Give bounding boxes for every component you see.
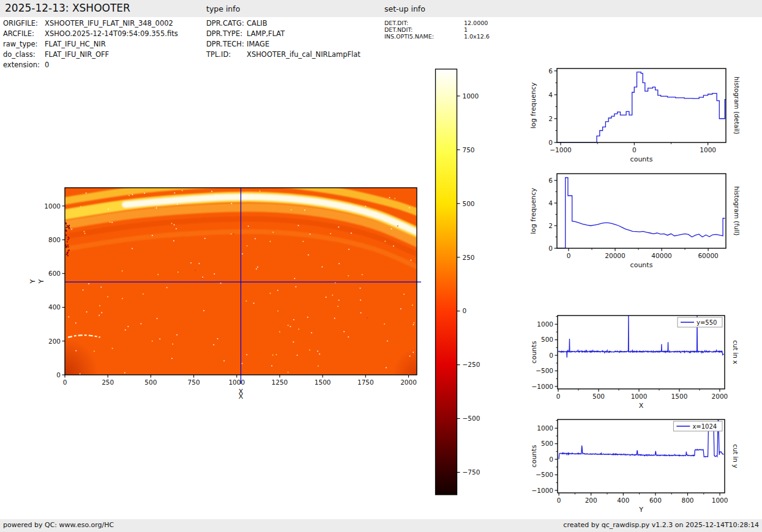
plot-text: 750 (188, 379, 200, 386)
corner-shade-br (392, 347, 417, 375)
hot-pixel (199, 263, 200, 264)
edge-speckle (67, 226, 68, 227)
plot-text: 750 (463, 146, 475, 153)
hot-pixel (400, 308, 402, 309)
plot-text: 0 (548, 245, 553, 252)
edge-speckle (66, 254, 67, 255)
hot-pixel (156, 207, 157, 209)
hot-pixel (303, 241, 304, 242)
hot-pixel (310, 234, 311, 235)
hot-pixel (215, 194, 217, 196)
hot-pixel (270, 293, 271, 294)
hot-pixel (403, 294, 405, 295)
plot-text: 500 (541, 440, 553, 447)
hot-pixel (195, 270, 196, 271)
plot-text: cut in x (732, 340, 739, 364)
plot-text: Y (37, 279, 45, 284)
hot-pixel (75, 350, 77, 352)
hot-pixel (332, 295, 334, 296)
hot-pixel (367, 317, 368, 319)
plot-text: 400 (617, 497, 629, 504)
hot-pixel (360, 300, 361, 301)
axes-frame (557, 68, 726, 142)
data-line (557, 178, 725, 249)
hot-pixel (288, 325, 289, 326)
hot-pixel (71, 229, 72, 230)
plot-text: 4 (548, 91, 553, 98)
legend-label: x=1024 (692, 423, 717, 430)
hot-pixel (100, 287, 102, 288)
hot-pixel (311, 332, 312, 333)
hot-pixel (360, 312, 362, 314)
data-line (557, 72, 726, 142)
hot-pixel (338, 263, 340, 264)
plot-text: 60000 (698, 252, 718, 259)
hot-pixel (143, 294, 144, 295)
plot-text: 2000 (712, 393, 728, 400)
hot-pixel (394, 198, 395, 199)
hot-pixel (351, 232, 352, 234)
plot-text: −1000 (531, 383, 553, 390)
hot-pixel (384, 323, 385, 325)
hot-pixel (393, 246, 394, 247)
edge-speckle (65, 245, 66, 246)
hot-pixel (101, 312, 102, 314)
cut-in-y-plot: 02004006008001000−1000−50005001000Ycount… (530, 419, 739, 514)
hot-pixel (334, 318, 335, 319)
plot-text: 500 (463, 200, 475, 207)
hot-pixel (129, 195, 130, 196)
hot-pixel (166, 287, 168, 289)
hot-pixel (220, 283, 222, 284)
plot-text: 0 (549, 456, 553, 463)
hot-pixel (304, 210, 305, 211)
y-axis-label: Y (29, 279, 37, 284)
colorbar: 10007505002500−250−500−750 (436, 69, 480, 495)
hot-pixel (203, 310, 204, 311)
hot-pixel (337, 306, 338, 307)
hot-pixel (110, 221, 111, 223)
edge-speckle (67, 255, 69, 256)
edge-speckle (67, 246, 69, 248)
hot-pixel (297, 355, 298, 356)
hot-pixel (132, 194, 133, 195)
hot-pixel (125, 330, 126, 331)
colorbar-gradient (436, 69, 457, 495)
edge-speckle (65, 227, 67, 228)
hot-pixel (99, 315, 100, 316)
plot-text: histogram (full) (733, 187, 741, 236)
hot-pixel (152, 341, 153, 342)
hot-pixel (122, 270, 123, 272)
main-image-plot: 0250500750100012501500175020000200400600… (29, 183, 421, 401)
cut-in-x-plot: 0500100015002000−1000−50005001000Xcounts… (530, 314, 739, 410)
histogram-full-plot: 02000040000600000246countslog frequencyh… (529, 174, 741, 269)
plot-canvas: 0250500750100012501500175020000200400600… (0, 0, 762, 532)
plot-text: 250 (463, 254, 475, 261)
hot-pixel (68, 316, 69, 317)
hot-pixel (348, 249, 349, 250)
hot-pixel (75, 323, 77, 324)
hot-pixel (177, 204, 178, 205)
edge-speckle (67, 239, 69, 240)
hot-pixel (296, 286, 297, 287)
hot-pixel (391, 228, 392, 229)
hot-pixel (298, 225, 299, 226)
plot-text: 800 (681, 497, 693, 504)
hot-pixel (246, 300, 247, 301)
plot-text: 1500 (671, 393, 688, 400)
hot-pixel (80, 374, 81, 375)
plot-text: −750 (463, 468, 480, 476)
edge-speckle (65, 223, 67, 224)
hot-pixel (293, 319, 294, 320)
hot-pixel (171, 358, 173, 359)
hot-pixel (298, 329, 299, 330)
edge-speckle (69, 238, 70, 239)
plot-text: X (639, 402, 644, 410)
hot-pixel (202, 277, 203, 278)
hot-pixel (152, 235, 153, 236)
footer-left-text: powered by QC: www.eso.org/HC (3, 521, 114, 529)
hot-pixel (112, 348, 113, 349)
edge-speckle (69, 225, 70, 226)
hot-pixel (246, 354, 247, 355)
plot-text: counts (530, 341, 538, 363)
edge-speckle (65, 234, 67, 235)
